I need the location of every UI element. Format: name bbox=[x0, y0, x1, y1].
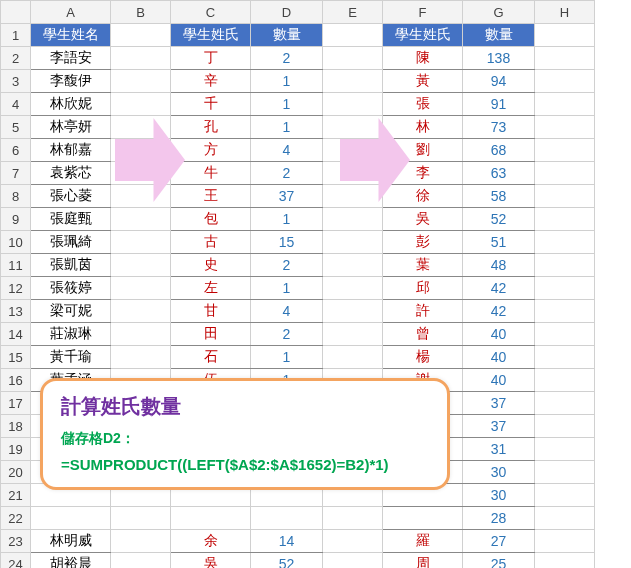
row-header[interactable]: 24 bbox=[1, 553, 31, 569]
cell[interactable]: 莊淑琳 bbox=[31, 323, 111, 346]
row-header[interactable]: 14 bbox=[1, 323, 31, 346]
cell[interactable]: 石 bbox=[171, 346, 251, 369]
col-header-F[interactable]: F bbox=[383, 1, 463, 24]
cell[interactable]: 楊 bbox=[383, 346, 463, 369]
cell[interactable]: 1 bbox=[251, 116, 323, 139]
cell[interactable]: 陳 bbox=[383, 47, 463, 70]
cell[interactable]: 2 bbox=[251, 323, 323, 346]
cell[interactable]: 1 bbox=[251, 70, 323, 93]
cell[interactable]: 73 bbox=[463, 116, 535, 139]
row-header[interactable]: 16 bbox=[1, 369, 31, 392]
cell[interactable]: 張心菱 bbox=[31, 185, 111, 208]
row-header[interactable]: 13 bbox=[1, 300, 31, 323]
row-header[interactable]: 3 bbox=[1, 70, 31, 93]
row-header[interactable]: 18 bbox=[1, 415, 31, 438]
row-header[interactable]: 5 bbox=[1, 116, 31, 139]
cell[interactable]: 袁紫芯 bbox=[31, 162, 111, 185]
cell[interactable] bbox=[111, 70, 171, 93]
cell[interactable]: 1 bbox=[251, 208, 323, 231]
cell[interactable]: 古 bbox=[171, 231, 251, 254]
cell[interactable]: 52 bbox=[251, 553, 323, 569]
cell[interactable]: 63 bbox=[463, 162, 535, 185]
cell-E1[interactable] bbox=[323, 24, 383, 47]
row-header[interactable]: 19 bbox=[1, 438, 31, 461]
cell-C1[interactable]: 學生姓氏 bbox=[171, 24, 251, 47]
select-all-corner[interactable] bbox=[1, 1, 31, 24]
cell[interactable] bbox=[323, 208, 383, 231]
cell[interactable]: 張凱茵 bbox=[31, 254, 111, 277]
cell[interactable] bbox=[323, 277, 383, 300]
cell[interactable] bbox=[323, 47, 383, 70]
row-header[interactable]: 10 bbox=[1, 231, 31, 254]
cell[interactable] bbox=[535, 162, 595, 185]
cell[interactable]: 余 bbox=[171, 530, 251, 553]
cell[interactable]: 吳 bbox=[383, 208, 463, 231]
cell[interactable] bbox=[111, 553, 171, 569]
cell[interactable]: 張 bbox=[383, 93, 463, 116]
cell-B1[interactable] bbox=[111, 24, 171, 47]
cell[interactable] bbox=[535, 70, 595, 93]
cell[interactable] bbox=[535, 139, 595, 162]
cell[interactable] bbox=[111, 507, 171, 530]
cell[interactable]: 黃 bbox=[383, 70, 463, 93]
cell[interactable]: 田 bbox=[171, 323, 251, 346]
row-header[interactable]: 17 bbox=[1, 392, 31, 415]
cell[interactable]: 30 bbox=[463, 484, 535, 507]
cell[interactable] bbox=[535, 254, 595, 277]
cell[interactable]: 葉 bbox=[383, 254, 463, 277]
cell[interactable] bbox=[535, 208, 595, 231]
cell[interactable] bbox=[535, 323, 595, 346]
row-header[interactable]: 20 bbox=[1, 461, 31, 484]
col-header-D[interactable]: D bbox=[251, 1, 323, 24]
cell[interactable]: 91 bbox=[463, 93, 535, 116]
cell[interactable]: 許 bbox=[383, 300, 463, 323]
row-header[interactable]: 6 bbox=[1, 139, 31, 162]
cell[interactable] bbox=[111, 300, 171, 323]
col-header-E[interactable]: E bbox=[323, 1, 383, 24]
cell[interactable]: 27 bbox=[463, 530, 535, 553]
cell[interactable]: 28 bbox=[463, 507, 535, 530]
cell[interactable]: 37 bbox=[463, 392, 535, 415]
cell[interactable]: 林亭妍 bbox=[31, 116, 111, 139]
cell[interactable] bbox=[111, 93, 171, 116]
cell-D1[interactable]: 數量 bbox=[251, 24, 323, 47]
cell[interactable]: 周 bbox=[383, 553, 463, 569]
col-header-H[interactable]: H bbox=[535, 1, 595, 24]
cell[interactable] bbox=[111, 231, 171, 254]
cell[interactable] bbox=[535, 185, 595, 208]
cell-A1[interactable]: 學生姓名 bbox=[31, 24, 111, 47]
cell[interactable]: 張庭甄 bbox=[31, 208, 111, 231]
cell[interactable] bbox=[251, 507, 323, 530]
cell[interactable] bbox=[535, 438, 595, 461]
row-header[interactable]: 22 bbox=[1, 507, 31, 530]
cell[interactable]: 94 bbox=[463, 70, 535, 93]
cell[interactable]: 37 bbox=[463, 415, 535, 438]
cell[interactable]: 包 bbox=[171, 208, 251, 231]
cell[interactable]: 彭 bbox=[383, 231, 463, 254]
cell[interactable] bbox=[535, 300, 595, 323]
cell[interactable] bbox=[323, 300, 383, 323]
cell[interactable]: 68 bbox=[463, 139, 535, 162]
cell[interactable]: 左 bbox=[171, 277, 251, 300]
cell[interactable]: 千 bbox=[171, 93, 251, 116]
cell[interactable] bbox=[535, 116, 595, 139]
cell[interactable]: 林明威 bbox=[31, 530, 111, 553]
cell[interactable]: 58 bbox=[463, 185, 535, 208]
cell[interactable] bbox=[323, 254, 383, 277]
cell[interactable] bbox=[111, 530, 171, 553]
row-header[interactable]: 4 bbox=[1, 93, 31, 116]
row-header[interactable]: 11 bbox=[1, 254, 31, 277]
cell[interactable]: 曾 bbox=[383, 323, 463, 346]
cell[interactable] bbox=[535, 392, 595, 415]
cell[interactable]: 40 bbox=[463, 369, 535, 392]
cell[interactable]: 辛 bbox=[171, 70, 251, 93]
cell[interactable]: 林郁嘉 bbox=[31, 139, 111, 162]
cell[interactable] bbox=[535, 484, 595, 507]
cell[interactable]: 15 bbox=[251, 231, 323, 254]
cell[interactable] bbox=[535, 461, 595, 484]
cell[interactable] bbox=[535, 415, 595, 438]
cell[interactable] bbox=[383, 507, 463, 530]
cell[interactable]: 張珮綺 bbox=[31, 231, 111, 254]
cell[interactable]: 1 bbox=[251, 277, 323, 300]
cell[interactable]: 52 bbox=[463, 208, 535, 231]
